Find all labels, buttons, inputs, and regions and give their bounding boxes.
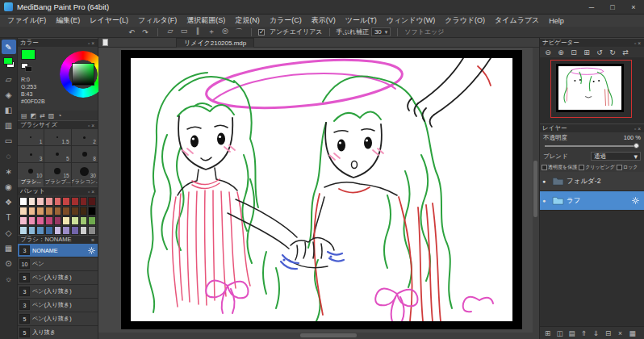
palette-swatch[interactable] xyxy=(28,216,36,225)
brush-tool[interactable]: ✎ xyxy=(2,40,16,54)
foreground-color-swatch[interactable] xyxy=(2,55,16,71)
palette-swatch[interactable] xyxy=(62,226,70,235)
new-folder-icon[interactable]: ◫ xyxy=(554,329,565,337)
snap-parallel-icon[interactable]: ∥ xyxy=(192,27,203,37)
palette-swatch[interactable] xyxy=(54,216,62,225)
menu-item[interactable]: 表示(V) xyxy=(307,15,341,26)
palette-swatch[interactable] xyxy=(71,226,79,235)
panel-close-icon[interactable]: × xyxy=(637,40,642,46)
layer-visibility-dot[interactable]: ● xyxy=(542,178,550,184)
merge-layer-icon[interactable]: ⊟ xyxy=(603,329,613,337)
palette-swatch[interactable] xyxy=(71,207,79,216)
menu-item[interactable]: Help xyxy=(544,17,569,25)
duplicate-layer-icon[interactable]: ▤ xyxy=(567,329,577,337)
palette-swatch[interactable] xyxy=(28,207,36,216)
layer-option-checkbox[interactable] xyxy=(579,165,584,170)
brush-list-item[interactable]: 5ペン(入り抜き) xyxy=(18,271,98,285)
palette-swatch[interactable] xyxy=(19,207,27,216)
opacity-slider-track[interactable] xyxy=(545,145,639,147)
navigator-preview[interactable] xyxy=(540,57,644,123)
redo-icon[interactable]: ↷ xyxy=(140,28,151,36)
snap-off-icon[interactable]: ▭ xyxy=(178,27,190,37)
color-rgb-icon[interactable]: ▤ xyxy=(21,112,27,119)
canvas-horizontal-scrollbar[interactable] xyxy=(98,333,539,339)
snap-radial-icon[interactable]: ◎ xyxy=(220,27,231,37)
layer-menu-icon[interactable]: ▦ xyxy=(627,329,638,337)
move-layer-down-icon[interactable]: ⇓ xyxy=(591,329,601,337)
palette-swatch[interactable] xyxy=(45,226,53,235)
canvas-vertical-scrollbar[interactable] xyxy=(533,48,539,333)
vscrollbar-handle[interactable] xyxy=(533,161,537,217)
undo-icon[interactable]: ↶ xyxy=(126,28,137,36)
menu-item[interactable]: レイヤー(L) xyxy=(85,15,133,26)
palette-swatch[interactable] xyxy=(88,197,96,206)
palette-swatch[interactable] xyxy=(54,197,62,206)
rotate-ccw-icon[interactable]: ↺ xyxy=(594,48,605,56)
rotate-cw-icon[interactable]: ↻ xyxy=(607,48,618,56)
hscrollbar-handle[interactable] xyxy=(300,333,357,337)
new-layer-icon[interactable]: ⊞ xyxy=(542,329,553,337)
layer-visibility-dot[interactable]: ● xyxy=(542,198,550,203)
palette-swatch[interactable] xyxy=(54,207,62,216)
brush-size-cell[interactable]: 1 xyxy=(18,129,44,145)
delete-layer-icon[interactable]: × xyxy=(615,329,625,337)
default-black-swatch[interactable] xyxy=(25,66,32,72)
palette-swatch[interactable] xyxy=(19,216,27,225)
brush-size-cell[interactable]: 1.5 xyxy=(44,129,70,145)
zoom-in-icon[interactable]: ⊕ xyxy=(555,48,567,56)
brush-size-cell[interactable]: 15 xyxy=(44,163,70,179)
palette-swatch[interactable] xyxy=(80,207,88,216)
menu-item[interactable]: ウィンドウ(W) xyxy=(382,15,441,26)
layer-row[interactable]: ●ラフ xyxy=(540,191,644,211)
brush-size-cell[interactable]: 8 xyxy=(72,146,98,162)
canvas-tab[interactable]: リメイク210205.mdp xyxy=(176,38,254,48)
color-history-icon[interactable]: ◔ xyxy=(57,112,61,119)
brush-list-item[interactable]: 5ペン(入り抜き) xyxy=(18,312,98,326)
panel-menu-icon[interactable]: ≡ xyxy=(90,237,95,243)
palette-swatch[interactable] xyxy=(45,207,53,216)
blend-mode-dropdown[interactable]: 通過 ▾ xyxy=(591,152,641,161)
text-tool[interactable]: T xyxy=(2,210,16,224)
palette-swatch[interactable] xyxy=(80,226,88,235)
brush-list-item[interactable]: 3ペン(入り抜き) xyxy=(18,285,98,299)
layer-option-checkbox[interactable] xyxy=(617,165,622,170)
panel-close-icon[interactable]: × xyxy=(90,189,95,195)
palette-swatch[interactable] xyxy=(45,197,53,206)
panel-close-icon[interactable]: × xyxy=(90,123,95,128)
magic-wand-tool[interactable]: ∗ xyxy=(2,164,16,178)
panel-close-icon[interactable]: × xyxy=(637,126,642,132)
menu-item[interactable]: ファイル(F) xyxy=(2,15,51,26)
zoom-100-icon[interactable]: ⊞ xyxy=(581,48,592,56)
hand-tool[interactable]: ❖ xyxy=(2,195,16,209)
settings-tool[interactable]: ☼ xyxy=(2,271,16,286)
move-tool[interactable]: ◈ xyxy=(2,87,16,102)
gear-icon[interactable] xyxy=(632,197,639,204)
brush-size-cell[interactable]: 5 xyxy=(44,146,70,162)
menu-item[interactable]: クラウド(O) xyxy=(440,15,490,26)
palette-swatch[interactable] xyxy=(36,226,44,235)
transform-icon[interactable]: ▱ xyxy=(165,27,176,37)
palette-swatch[interactable] xyxy=(19,197,27,206)
palette-swatch[interactable] xyxy=(62,197,70,206)
palette-swatch[interactable] xyxy=(36,207,44,216)
transparent-color-icon[interactable]: ▨ xyxy=(48,112,55,119)
snap-cross-icon[interactable]: ＋ xyxy=(206,27,217,37)
brush-list-item[interactable]: 3NONAME xyxy=(18,244,98,257)
brush-size-cell[interactable]: 30 xyxy=(72,163,98,179)
panel-close-icon[interactable]: × xyxy=(90,40,95,46)
palette-swatch[interactable] xyxy=(45,216,53,225)
palette-swatch[interactable] xyxy=(36,216,44,225)
gradient-tool[interactable]: ▥ xyxy=(2,118,16,132)
zoom-tool[interactable]: ⊙ xyxy=(2,256,16,270)
layer-option-checkbox[interactable] xyxy=(542,165,547,170)
palette-swatch[interactable] xyxy=(88,226,96,235)
select-tool[interactable]: ▭ xyxy=(2,133,16,148)
gear-icon[interactable] xyxy=(88,247,95,254)
move-layer-up-icon[interactable]: ⇑ xyxy=(579,329,589,337)
opacity-slider[interactable] xyxy=(545,143,639,150)
brush-size-cell[interactable]: 10 xyxy=(18,163,44,179)
palette-swatch[interactable] xyxy=(88,216,96,225)
zoom-out-icon[interactable]: ⊖ xyxy=(542,48,554,56)
snap-curve-icon[interactable]: ⌒ xyxy=(233,27,245,37)
brush-list-item[interactable]: 10ペン xyxy=(18,257,98,271)
